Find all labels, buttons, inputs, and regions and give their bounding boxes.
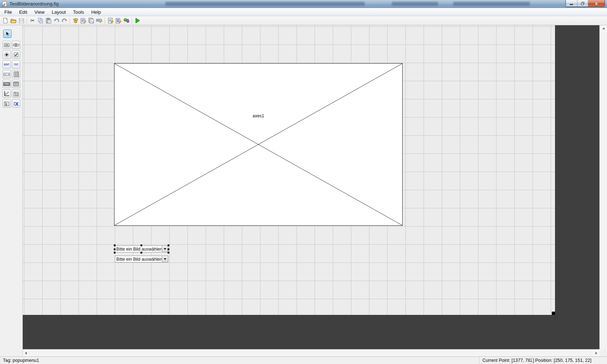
tab-order-editor-button[interactable]: 1 2 [87, 17, 95, 25]
selection-handle[interactable] [114, 248, 116, 250]
menu-file[interactable]: File [1, 8, 16, 16]
selection-handle[interactable] [168, 248, 169, 250]
table-icon [13, 82, 19, 86]
run-button[interactable] [134, 17, 142, 25]
activex-tool[interactable]: X [12, 99, 20, 108]
copy-icon [38, 18, 43, 23]
panel-tool[interactable]: T [12, 90, 20, 98]
title-bar[interactable]: TestBilderanordnung.fig x [0, 0, 607, 8]
popup-menu-1-dropdown-button[interactable] [162, 246, 168, 252]
copy-button[interactable] [36, 17, 44, 25]
check-box-tool[interactable] [12, 51, 20, 59]
popup-menu-2-dropdown-button[interactable] [162, 256, 168, 262]
restore-button[interactable] [577, 0, 588, 6]
select-cursor-icon [5, 31, 10, 36]
popup-menu-2[interactable]: Bitte ein Bild auswählen [115, 256, 168, 263]
save-figure-icon [19, 18, 24, 23]
popup-menu-2-text: Bitte ein Bild auswählen [115, 257, 162, 262]
redo-icon [61, 18, 68, 23]
align-objects-button[interactable] [71, 17, 79, 25]
undo-button[interactable] [52, 17, 60, 25]
paste-button[interactable] [44, 17, 52, 25]
new-figure-button[interactable] [1, 17, 9, 25]
menu-tools[interactable]: Tools [69, 8, 87, 16]
guide-window: TestBilderanordnung.fig x File Edit View… [0, 0, 607, 364]
toolbar-separator [27, 17, 27, 24]
open-figure-button[interactable] [9, 17, 17, 25]
edit-text-tool[interactable]: EDIT [3, 60, 11, 69]
undo-icon [53, 18, 60, 23]
chevron-down-icon [164, 258, 166, 260]
toolbar: ✂ [0, 16, 607, 25]
figure-resize-handle[interactable] [552, 312, 555, 315]
axes-tool[interactable] [3, 90, 11, 98]
property-inspector-button[interactable] [114, 17, 122, 25]
popup-menu-tool[interactable] [3, 70, 11, 78]
axes-object[interactable]: axes1 [114, 63, 403, 226]
caption-buttons: x [565, 0, 605, 7]
menu-edit[interactable]: Edit [16, 8, 31, 16]
tab-order-editor-icon: 1 2 [88, 18, 95, 24]
toggle-button-tool[interactable]: TGL [3, 80, 11, 88]
popup-menu-1[interactable]: Bitte ein Bild auswählen [115, 246, 168, 252]
panel-icon: T [13, 91, 19, 96]
guide-app-icon [2, 1, 8, 7]
restore-icon [581, 2, 584, 5]
property-inspector-icon [116, 18, 122, 24]
editor-icon [108, 18, 114, 24]
minimize-button[interactable] [566, 0, 577, 6]
cut-icon: ✂ [30, 17, 35, 24]
selection-handle[interactable] [168, 252, 169, 254]
arrow-right-icon [595, 352, 597, 355]
menu-editor-icon [81, 18, 87, 24]
static-text-icon: TXT [14, 63, 18, 66]
radio-button-tool[interactable] [3, 51, 11, 59]
new-figure-icon [3, 18, 8, 23]
edit-text-icon: EDIT [4, 63, 9, 66]
selection-handle[interactable] [114, 252, 116, 254]
selection-handle[interactable] [140, 252, 142, 254]
menu-editor-button[interactable] [79, 17, 87, 25]
arrow-left-icon [25, 352, 27, 355]
axes-icon [4, 91, 9, 96]
object-browser-button[interactable] [122, 17, 130, 25]
main-area: OK EDIT [0, 25, 607, 356]
window-title: TestBilderanordnung.fig [9, 1, 59, 6]
selection-handle[interactable] [168, 244, 169, 246]
table-tool[interactable] [12, 80, 20, 88]
minimize-icon [570, 4, 573, 5]
radio-button-icon [4, 52, 9, 57]
scroll-up-button[interactable] [600, 25, 607, 31]
popup-menu-icon [4, 73, 10, 76]
listbox-tool[interactable] [12, 70, 20, 78]
selection-handle[interactable] [114, 244, 116, 246]
button-group-tool[interactable]: T [3, 99, 11, 108]
layout-canvas-outer: axes1 Bitte ein Bild auswählen [23, 25, 599, 356]
selection-handle[interactable] [140, 244, 142, 246]
static-text-tool[interactable]: TXT [12, 60, 20, 69]
menu-view[interactable]: View [31, 8, 48, 16]
toolbar-editor-button[interactable] [95, 17, 103, 25]
redacted-path-blur [392, 2, 438, 6]
scroll-left-button[interactable] [23, 350, 29, 357]
select-tool[interactable] [3, 30, 12, 38]
figure-layout-area[interactable]: axes1 Bitte ein Bild auswählen [23, 25, 555, 315]
listbox-icon [14, 72, 19, 77]
save-figure-button[interactable] [17, 17, 25, 25]
scroll-right-button[interactable] [593, 350, 599, 357]
toolbar-separator [70, 17, 70, 24]
button-group-icon: T [4, 101, 9, 106]
popup-menu-1-text: Bitte ein Bild auswählen [115, 247, 162, 252]
redo-button[interactable] [60, 17, 68, 25]
cut-button[interactable]: ✂ [29, 17, 36, 25]
editor-button[interactable] [107, 17, 114, 25]
close-button[interactable]: x [588, 0, 604, 6]
push-button-tool[interactable]: OK [3, 41, 11, 49]
vertical-scrollbar[interactable] [599, 25, 607, 356]
status-position: Position: [250, 175, 151, 22] [532, 357, 607, 364]
menu-layout[interactable]: Layout [48, 8, 69, 16]
horizontal-scrollbar[interactable] [23, 349, 599, 356]
slider-tool[interactable] [12, 41, 20, 49]
menu-help[interactable]: Help [88, 8, 105, 16]
status-bar: Tag: popupmenu1 Current Point: [1377, 78… [0, 356, 607, 364]
